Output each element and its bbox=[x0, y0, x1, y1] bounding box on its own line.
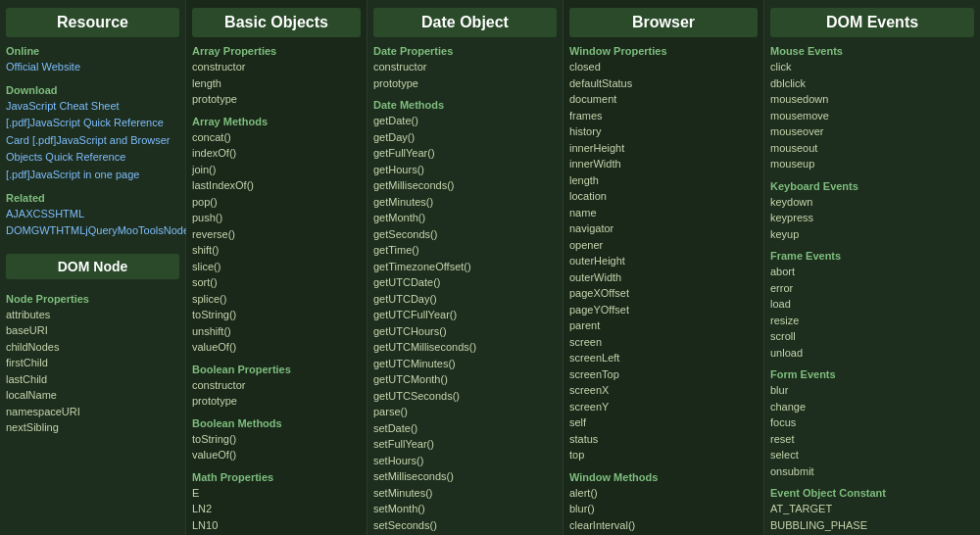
list-item: join() bbox=[192, 162, 361, 178]
list-item: BUBBLING_PHASE bbox=[770, 517, 974, 534]
list-item[interactable]: AJAX bbox=[6, 208, 33, 219]
list-item: innerWidth bbox=[569, 156, 758, 172]
list-item: lastChild bbox=[6, 371, 179, 388]
list-item: reverse() bbox=[192, 226, 361, 243]
math-props-items: ELN2LN10LOG2ELOG10EPISQRT1_2SQRT2 bbox=[192, 485, 361, 536]
list-item: length bbox=[192, 75, 361, 92]
list-item: splice() bbox=[192, 291, 361, 308]
official-website-link[interactable]: Official Website bbox=[6, 59, 179, 76]
list-item: getUTCFullYear() bbox=[373, 307, 557, 323]
list-item: mousemove bbox=[770, 108, 974, 124]
list-item: setHours() bbox=[373, 453, 557, 469]
browser-header: Browser bbox=[569, 8, 758, 37]
list-item[interactable]: MooTools bbox=[118, 224, 164, 236]
mouse-title: Mouse Events bbox=[770, 45, 974, 57]
download-items: JavaScript Cheat Sheet [.pdf]JavaScript … bbox=[6, 98, 179, 184]
bool-props-title: Boolean Properties bbox=[192, 364, 361, 375]
list-item: screenY bbox=[569, 399, 758, 415]
list-item: document bbox=[569, 91, 758, 108]
win-props-title: Window Properties bbox=[569, 45, 758, 57]
domnode-header: DOM Node bbox=[6, 254, 179, 279]
list-item[interactable]: jQuery bbox=[85, 224, 117, 236]
list-item: prototype bbox=[192, 393, 361, 410]
list-item: outerWidth bbox=[569, 269, 758, 286]
win-methods-title: Window Methods bbox=[569, 471, 758, 483]
list-item: unshift() bbox=[192, 323, 361, 340]
list-item: mousedown bbox=[770, 91, 974, 108]
list-item: opener bbox=[569, 237, 758, 254]
list-item: toString() bbox=[192, 431, 361, 448]
list-item: getUTCMonth() bbox=[373, 371, 557, 388]
basic-header: Basic Objects bbox=[192, 8, 361, 37]
list-item: constructor bbox=[192, 59, 361, 75]
column-resource: Resource Online Official Website Downloa… bbox=[0, 0, 186, 535]
list-item: navigator bbox=[569, 220, 758, 237]
list-item[interactable]: CSS bbox=[33, 208, 56, 219]
list-item: length bbox=[569, 172, 758, 189]
list-item: prototype bbox=[192, 91, 361, 108]
list-item: getSeconds() bbox=[373, 226, 557, 243]
related-title: Related bbox=[6, 192, 179, 204]
list-item: setMinutes() bbox=[373, 485, 557, 502]
list-item: self bbox=[569, 414, 758, 431]
list-item: mouseout bbox=[770, 140, 974, 157]
list-item: dblclick bbox=[770, 75, 974, 92]
list-item: innerHeight bbox=[569, 140, 758, 157]
list-item: concat() bbox=[192, 129, 361, 146]
list-item: localName bbox=[6, 387, 179, 404]
list-item: AT_TARGET bbox=[770, 501, 974, 517]
list-item: screenLeft bbox=[569, 350, 758, 366]
date-props-title: Date Properties bbox=[373, 45, 557, 57]
node-props-items: attributesbaseURIchildNodesfirstChildlas… bbox=[6, 307, 179, 436]
list-item: attributes bbox=[6, 307, 179, 323]
list-item: constructor bbox=[373, 59, 557, 75]
page-container: Resource Online Official Website Downloa… bbox=[0, 0, 980, 535]
form-title: Form Events bbox=[770, 368, 974, 380]
list-item[interactable]: GWT bbox=[31, 224, 57, 236]
list-item: valueOf() bbox=[192, 447, 361, 463]
list-item: baseURI bbox=[6, 322, 179, 339]
list-item: setFullYear() bbox=[373, 436, 557, 453]
list-item: reset bbox=[770, 431, 974, 448]
list-item: constructor bbox=[192, 377, 361, 394]
list-item: blur() bbox=[569, 501, 758, 517]
list-item[interactable]: JavaScript in one page bbox=[29, 169, 139, 180]
list-item: firstChild bbox=[6, 355, 179, 371]
column-dom: DOM Events Mouse Events clickdblclickmou… bbox=[764, 0, 980, 535]
list-item: name bbox=[569, 205, 758, 221]
list-item: getDate() bbox=[373, 113, 557, 129]
resource-header: Resource bbox=[6, 8, 179, 37]
list-item: pageYOffset bbox=[569, 302, 758, 318]
list-item: keypress bbox=[770, 210, 974, 226]
win-props-items: closeddefaultStatusdocumentframeshistory… bbox=[569, 59, 758, 463]
list-item: onsubmit bbox=[770, 463, 974, 480]
list-item: abort bbox=[770, 264, 974, 280]
list-item: outerHeight bbox=[569, 253, 758, 269]
bool-methods-items: toString()valueOf() bbox=[192, 431, 361, 463]
related-items: AJAXCSSHTML DOMGWTHTMLjQueryMooToolsNode… bbox=[6, 206, 179, 240]
list-item: getTimezoneOffset() bbox=[373, 259, 557, 275]
list-item: unload bbox=[770, 345, 974, 362]
list-item: parse() bbox=[373, 404, 557, 420]
list-item: keydown bbox=[770, 194, 974, 211]
list-item: setDate() bbox=[373, 420, 557, 437]
frame-items: aborterrorloadresizescrollunload bbox=[770, 264, 974, 361]
list-item: getHours() bbox=[373, 162, 557, 178]
list-item: resize bbox=[770, 313, 974, 329]
array-props-items: constructorlengthprototype bbox=[192, 59, 361, 108]
form-items: blurchangefocusresetselectonsubmit bbox=[770, 382, 974, 479]
list-item: sort() bbox=[192, 274, 361, 291]
list-item[interactable]: HTML bbox=[56, 224, 85, 236]
list-item: getMonth() bbox=[373, 210, 557, 226]
list-item: setSeconds() bbox=[373, 517, 557, 534]
list-item: getUTCSeconds() bbox=[373, 388, 557, 405]
date-header: Date Object bbox=[373, 8, 557, 37]
list-item: frames bbox=[569, 108, 758, 124]
array-methods-title: Array Methods bbox=[192, 116, 361, 127]
list-item: getMilliseconds() bbox=[373, 177, 557, 194]
bool-props-items: constructorprototype bbox=[192, 377, 361, 410]
list-item: scroll bbox=[770, 328, 974, 345]
list-item: blur bbox=[770, 382, 974, 399]
list-item: shift() bbox=[192, 242, 361, 259]
list-item: prototype bbox=[373, 75, 557, 92]
